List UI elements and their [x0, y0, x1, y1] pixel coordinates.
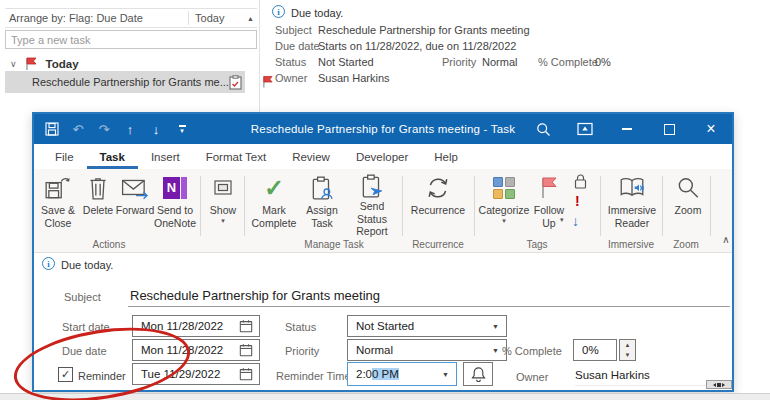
owner-label: Owner: [275, 72, 307, 84]
search-button[interactable]: [522, 114, 564, 144]
delete-button[interactable]: Delete: [82, 173, 114, 235]
group-label-immersive: Immersive: [608, 239, 654, 250]
due-date-label: Due date: [275, 40, 320, 52]
chevron-down-icon: ▾: [502, 218, 506, 224]
pct-complete-value: 0%: [595, 56, 611, 68]
private-lock-button[interactable]: [573, 173, 588, 190]
delete-icon: [87, 173, 109, 203]
status-value: Not Started: [356, 320, 414, 332]
undo-button[interactable]: ↶: [66, 116, 90, 142]
zoom-label: Zoom: [675, 204, 702, 217]
chevron-down-icon: ▾: [180, 128, 184, 133]
window-split-handle[interactable]: [706, 380, 732, 389]
spin-up-icon[interactable]: ▲: [620, 340, 635, 350]
reminder-time-label: Reminder Time: [276, 370, 351, 382]
categorize-label: Categorize: [479, 204, 530, 217]
group-divider: [474, 176, 475, 236]
calendar-icon[interactable]: [239, 367, 253, 381]
reminder-sound-button[interactable]: [463, 362, 493, 386]
pct-complete-label: % Complete: [538, 56, 598, 68]
reading-pane: i Due today. Subject Reschedule Partners…: [270, 0, 770, 112]
reminder-time-dropdown[interactable]: 2:00 PM ▼: [347, 362, 457, 386]
move-down-button[interactable]: ↓: [144, 116, 168, 142]
immersive-reader-icon: [618, 173, 646, 203]
high-importance-button[interactable]: !: [575, 193, 580, 209]
arrange-by-bar[interactable]: Arrange by: Flag: Due Date Today ▲: [5, 8, 257, 28]
calendar-icon[interactable]: [239, 319, 253, 333]
delete-label: Delete: [83, 204, 113, 217]
save-close-label: Save & Close: [41, 204, 75, 229]
priority-dropdown[interactable]: Normal ▼: [347, 339, 507, 361]
tab-format-text[interactable]: Format Text: [193, 144, 280, 169]
minimize-button[interactable]: [606, 114, 648, 144]
send-to-onenote-button[interactable]: N Send to OneNote: [152, 173, 198, 235]
customize-qat-button[interactable]: ▾: [170, 116, 194, 142]
tab-review[interactable]: Review: [279, 144, 343, 169]
zoom-button[interactable]: Zoom: [666, 173, 710, 235]
pct-complete-stepper[interactable]: ▲ ▼: [619, 339, 636, 361]
pane-divider: [259, 0, 260, 114]
task-title: Reschedule Partnership for Grants me...: [5, 76, 229, 88]
send-to-onenote-label: Send to OneNote: [154, 204, 196, 229]
send-status-report-label: Send Status Report: [344, 200, 400, 238]
save-button[interactable]: [40, 116, 64, 142]
forward-button[interactable]: Forward: [116, 173, 154, 235]
collapse-ribbon-button[interactable]: ∧: [718, 231, 734, 247]
show-icon: [211, 173, 235, 203]
recurrence-label: Recurrence: [411, 204, 465, 217]
owner-value: Susan Harkins: [318, 72, 390, 84]
tab-developer[interactable]: Developer: [343, 144, 421, 169]
sort-ascending-icon[interactable]: ▲: [247, 15, 257, 22]
subject-value[interactable]: Reschedule Partnership for Grants meetin…: [130, 288, 380, 303]
move-up-button[interactable]: ↑: [118, 116, 142, 142]
group-label-actions: Actions: [93, 239, 126, 250]
title-bar[interactable]: Reschedule Partnership for Grants meetin…: [34, 114, 732, 144]
redo-button[interactable]: ↷: [92, 116, 116, 142]
tab-task[interactable]: Task: [87, 144, 138, 169]
zoom-icon: [675, 173, 701, 203]
chevron-expand-icon[interactable]: ∨: [10, 59, 17, 69]
arrange-by-value[interactable]: Today: [189, 12, 247, 24]
pct-complete-input[interactable]: 0%: [573, 339, 617, 361]
group-divider: [710, 176, 711, 236]
new-task-input[interactable]: [5, 30, 257, 49]
immersive-reader-label: Immersive Reader: [608, 204, 656, 229]
close-button[interactable]: ×: [690, 114, 732, 144]
tab-file[interactable]: File: [42, 144, 87, 169]
send-status-report-button[interactable]: Send Status Report: [344, 173, 400, 235]
task-list-item[interactable]: Reschedule Partnership for Grants me...: [5, 71, 245, 93]
spin-down-icon[interactable]: ▼: [620, 350, 635, 360]
subject-value: Reschedule Partnership for Grants meetin…: [318, 24, 530, 36]
assign-task-button[interactable]: Assign Task: [302, 173, 342, 235]
reminder-time-value: 2:00 PM: [356, 368, 399, 380]
priority-label: Priority: [285, 345, 319, 357]
info-icon: i: [272, 5, 285, 18]
status-label: Status: [285, 321, 316, 333]
tab-insert[interactable]: Insert: [138, 144, 193, 169]
priority-label: Priority: [442, 56, 476, 68]
save-close-button[interactable]: Save & Close: [36, 173, 80, 235]
show-button[interactable]: Show ▾: [204, 173, 242, 235]
mark-complete-button[interactable]: ✓ Mark Complete: [248, 173, 300, 235]
group-label-manage-task: Manage Task: [304, 239, 363, 250]
chevron-down-icon: ▾: [221, 218, 225, 224]
owner-value: Susan Harkins: [575, 369, 650, 381]
status-dropdown[interactable]: Not Started ▼: [347, 315, 507, 337]
recurrence-button[interactable]: Recurrence: [406, 173, 470, 235]
send-status-report-icon: [360, 173, 384, 199]
low-importance-button[interactable]: ↓: [572, 213, 579, 229]
mark-complete-label: Mark Complete: [252, 204, 297, 229]
group-label-recurrence: Recurrence: [412, 239, 464, 250]
task-group-header[interactable]: ∨ Today: [10, 56, 79, 72]
priority-value: Normal: [482, 56, 517, 68]
ribbon-display-options-button[interactable]: [564, 114, 606, 144]
subject-label: Subject: [275, 24, 312, 36]
maximize-button[interactable]: [648, 114, 690, 144]
follow-up-button[interactable]: Follow Up ▾: [530, 173, 568, 235]
priority-value: Normal: [356, 344, 393, 356]
assign-task-icon: [310, 173, 334, 203]
tab-help[interactable]: Help: [421, 144, 471, 169]
calendar-icon[interactable]: [239, 343, 253, 357]
immersive-reader-button[interactable]: Immersive Reader: [604, 173, 660, 235]
categorize-button[interactable]: Categorize ▾: [478, 173, 530, 235]
